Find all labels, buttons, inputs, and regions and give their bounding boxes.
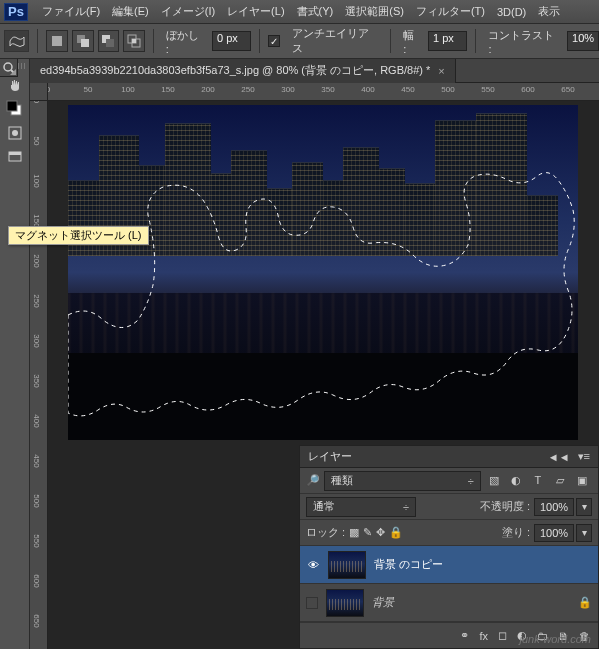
filter-adjust-icon[interactable]: ◐ <box>507 472 525 490</box>
fill-dropdown-icon[interactable]: ▾ <box>576 524 592 542</box>
quickmask-toggle[interactable] <box>3 121 27 145</box>
blur-input[interactable]: 0 px <box>212 31 251 51</box>
horizontal-ruler[interactable]: 050100150200250300350400450500550600650 <box>48 83 599 101</box>
document-tab-title: ed394b5a3939b2210da3803efb3f5a73_s.jpg @… <box>40 63 430 78</box>
lock-all-icon[interactable]: 🔒 <box>389 526 403 539</box>
visibility-toggle-icon[interactable] <box>306 597 318 609</box>
document-area: ed394b5a3939b2210da3803efb3f5a73_s.jpg @… <box>30 59 599 649</box>
filter-smart-icon[interactable]: ▣ <box>573 472 591 490</box>
zoom-tool[interactable] <box>0 59 18 77</box>
width-label: 幅 : <box>403 28 420 55</box>
menu-file[interactable]: ファイル(F) <box>36 4 106 19</box>
filter-shape-icon[interactable]: ▱ <box>551 472 569 490</box>
layer-style-icon[interactable]: fx <box>479 630 488 642</box>
vertical-ruler[interactable]: 050100150200250300350400450500550600650 <box>30 101 48 649</box>
lock-paint-icon[interactable]: ✎ <box>363 526 372 539</box>
close-icon[interactable]: × <box>438 65 444 77</box>
lock-icon: 🔒 <box>578 596 592 609</box>
lock-label: ロック : <box>306 525 345 540</box>
app-logo: Ps <box>4 3 28 21</box>
tool-tooltip: マグネット選択ツール (L) <box>8 226 149 245</box>
width-input[interactable]: 1 px <box>428 31 467 51</box>
screenmode-toggle[interactable] <box>3 145 27 169</box>
svg-rect-0 <box>52 36 62 46</box>
document-tab[interactable]: ed394b5a3939b2210da3803efb3f5a73_s.jpg @… <box>30 59 456 83</box>
svg-rect-7 <box>132 39 136 43</box>
layer-name[interactable]: 背景 のコピー <box>374 557 443 572</box>
menu-select[interactable]: 選択範囲(S) <box>339 4 410 19</box>
subtract-selection-icon[interactable] <box>98 30 120 52</box>
layer-filter-select[interactable]: 種類÷ <box>324 471 481 491</box>
opacity-label: 不透明度 : <box>480 499 530 514</box>
fill-input[interactable]: 100% <box>534 524 574 542</box>
link-layers-icon[interactable]: ⚭ <box>460 629 469 642</box>
layers-panel-title: レイヤー <box>308 449 352 464</box>
foreground-background-swatch[interactable] <box>3 97 27 121</box>
add-selection-icon[interactable] <box>72 30 94 52</box>
active-tool-preset[interactable] <box>4 30 29 52</box>
layer-mask-icon[interactable]: ◻ <box>498 629 507 642</box>
filter-type-icon[interactable]: T <box>529 471 547 489</box>
intersect-selection-icon[interactable] <box>123 30 145 52</box>
menu-layer[interactable]: レイヤー(L) <box>221 4 290 19</box>
lock-position-icon[interactable]: ✥ <box>376 526 385 539</box>
ruler-origin[interactable] <box>30 83 48 101</box>
lock-transparency-icon[interactable]: ▩ <box>349 526 359 539</box>
svg-point-15 <box>4 63 12 71</box>
canvas-viewport: 050100150200250300350400450500550600650 … <box>30 83 599 649</box>
antialias-checkbox[interactable]: ✓ <box>268 35 280 47</box>
opacity-dropdown-icon[interactable]: ▾ <box>576 498 592 516</box>
fill-label: 塗り : <box>502 525 530 540</box>
contrast-label: コントラスト : <box>488 28 559 55</box>
document-tabbar: ed394b5a3939b2210da3803efb3f5a73_s.jpg @… <box>30 59 599 83</box>
contrast-input[interactable]: 10% <box>567 31 599 51</box>
layer-filter-icons[interactable]: ▧ ◐ T ▱ ▣ <box>485 471 592 490</box>
menu-filter[interactable]: フィルター(T) <box>410 4 491 19</box>
antialias-label: アンチエイリアス <box>292 26 378 56</box>
canvas[interactable] <box>68 105 578 440</box>
layer-name[interactable]: 背景 <box>372 595 394 610</box>
panel-collapse-icon[interactable]: ◄◄ <box>548 451 570 463</box>
workspace: T ed394b5a3939b2210da3803efb3f5a73_s.jpg… <box>0 59 599 649</box>
svg-point-19 <box>12 130 18 136</box>
svg-rect-4 <box>106 39 114 47</box>
layer-thumbnail[interactable] <box>328 551 366 579</box>
selection-marquee <box>68 105 578 440</box>
filter-pixel-icon[interactable]: ▧ <box>485 472 503 490</box>
tool-palette: T <box>0 59 30 649</box>
watermark: junk-word.com <box>519 633 591 645</box>
layer-row[interactable]: 背景 🔒 <box>300 584 598 622</box>
svg-rect-21 <box>9 152 21 155</box>
layer-list: 👁 背景 のコピー 背景 🔒 <box>300 546 598 622</box>
menu-type[interactable]: 書式(Y) <box>291 4 340 19</box>
visibility-toggle-icon[interactable]: 👁 <box>306 558 320 572</box>
svg-rect-17 <box>7 101 17 111</box>
menu-edit[interactable]: 編集(E) <box>106 4 155 19</box>
layer-thumbnail[interactable] <box>326 589 364 617</box>
blur-label: ぼかし : <box>166 28 204 55</box>
layers-panel: レイヤー ◄◄ ▾≡ 🔎 種類÷ ▧ ◐ T ▱ ▣ <box>299 445 599 649</box>
opacity-input[interactable]: 100% <box>534 498 574 516</box>
svg-rect-2 <box>81 39 89 47</box>
blend-mode-select[interactable]: 通常÷ <box>306 497 416 517</box>
menu-3d[interactable]: 3D(D) <box>491 6 532 18</box>
menu-bar: Ps ファイル(F) 編集(E) イメージ(I) レイヤー(L) 書式(Y) 選… <box>0 0 599 24</box>
layer-row[interactable]: 👁 背景 のコピー <box>300 546 598 584</box>
menu-image[interactable]: イメージ(I) <box>155 4 221 19</box>
new-selection-icon[interactable] <box>46 30 68 52</box>
panel-menu-icon[interactable]: ▾≡ <box>578 450 590 463</box>
menu-view[interactable]: 表示 <box>532 4 566 19</box>
options-bar: ぼかし : 0 px ✓ アンチエイリアス 幅 : 1 px コントラスト : … <box>0 24 599 59</box>
